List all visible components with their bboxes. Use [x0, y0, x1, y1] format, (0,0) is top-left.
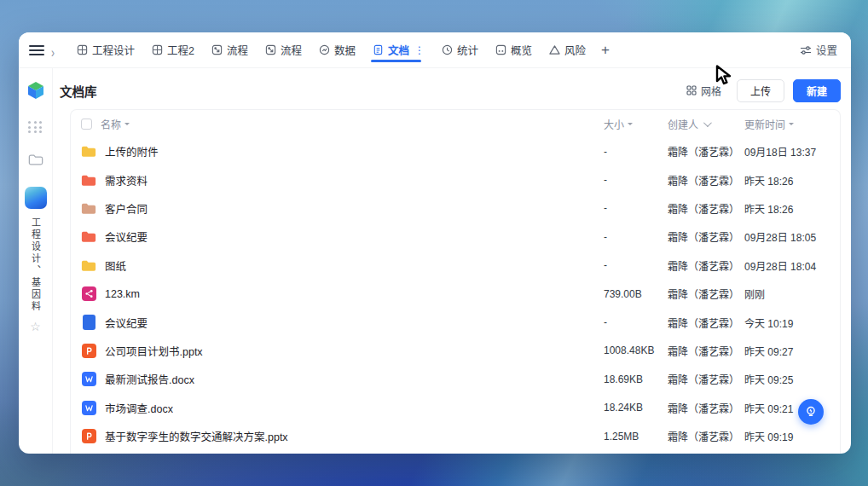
file-name[interactable]: 需求资料	[105, 172, 148, 188]
file-updated: 09月18日 13:37	[744, 144, 840, 159]
projects-folder-icon[interactable]	[28, 153, 43, 166]
table-row[interactable]: 市场调查.docx 18.24KB 霜降（潘艺霖） 昨天 09:21	[71, 394, 840, 422]
file-name[interactable]: 最新测试报告.docx	[105, 371, 194, 387]
grid-view-toggle[interactable]: 网格	[686, 84, 721, 98]
expand-chevron-icon[interactable]: ›	[51, 44, 55, 60]
app-logo-icon[interactable]	[26, 80, 46, 101]
folder-icon	[81, 200, 96, 216]
tab-list: 工程设计 工程2 流程 流程 数据 文档 ⋮	[68, 32, 616, 67]
table-row[interactable]: 会议纪要 - 霜降（潘艺霖） 今天 10:19	[71, 308, 840, 336]
file-updated: 昨天 09:25	[744, 372, 840, 386]
file-creator: 霜降（潘艺霖）	[668, 144, 744, 159]
table-row[interactable]: 客户合同 - 霜降（潘艺霖） 昨天 18:26	[71, 194, 840, 223]
file-creator: 霜降（潘艺霖）	[668, 229, 744, 244]
flow-icon	[211, 44, 223, 55]
file-size: 1008.48KB	[604, 344, 668, 356]
file-size: -	[604, 316, 668, 328]
tab-label: 数据	[334, 42, 356, 58]
menu-icon[interactable]	[29, 43, 44, 58]
file-updated: 今天 10:19	[744, 315, 840, 330]
lightbulb-icon	[804, 405, 818, 419]
table-row[interactable]: 最新测试报告.docx 18.69KB 霜降（潘艺霖） 昨天 09:25	[71, 365, 840, 393]
app-window: › 工程设计 工程2 流程 流程 数据	[19, 32, 851, 454]
file-name[interactable]: 123.km	[105, 288, 140, 300]
main-panel: 文档库 网格 上传 新建 名称 大小 创建人 更新时间	[53, 68, 851, 454]
sort-caret-icon	[628, 123, 633, 128]
file-updated: 昨天 18:26	[744, 173, 840, 188]
data-icon	[319, 44, 330, 55]
table-row[interactable]: 123.km 739.00B 霜降（潘艺霖） 刚刚	[71, 280, 840, 308]
tab-label: 工程2	[167, 42, 194, 58]
file-creator: 霜降（潘艺霖）	[668, 401, 744, 415]
column-name[interactable]: 名称	[101, 117, 130, 131]
file-name[interactable]: 会议纪要	[105, 315, 148, 331]
column-creator[interactable]: 创建人	[668, 117, 709, 131]
file-name[interactable]: 市场调查.docx	[105, 400, 173, 416]
tab-engineering-2[interactable]: 工程2	[143, 32, 203, 67]
workspace-avatar[interactable]	[25, 187, 47, 209]
column-updated[interactable]: 更新时间	[744, 117, 794, 131]
file-name[interactable]: 基于数字孪生的数字交通解决方案.pptx	[105, 428, 288, 444]
tab-overview[interactable]: 概览	[487, 32, 541, 67]
table-row[interactable]: 需求资料 - 霜降（潘艺霖） 昨天 18:26	[71, 165, 840, 194]
file-name[interactable]: 图纸	[105, 257, 126, 274]
assistant-fab-button[interactable]	[798, 399, 824, 425]
file-creator: 霜降（潘艺霖）	[668, 372, 744, 386]
file-updated: 09月28日 18:04	[744, 258, 840, 273]
file-name[interactable]: 客户合同	[105, 200, 148, 217]
pptx-file-icon	[82, 429, 96, 443]
grid-icon	[686, 85, 697, 95]
tab-label: 风险	[564, 42, 586, 58]
file-creator: 霜降（潘艺霖）	[668, 258, 744, 273]
sliders-icon	[800, 45, 812, 55]
content-header: 文档库 网格 上传 新建	[60, 77, 841, 104]
table-row[interactable]: 上传的附件 - 霜降（潘艺霖） 09月18日 13:37	[71, 137, 840, 165]
table-row[interactable]: 公司项目计划书.pptx 1008.48KB 霜降（潘艺霖） 昨天 09:27	[71, 337, 840, 365]
file-creator: 霜降（潘艺霖）	[668, 173, 744, 188]
file-size: 739.00B	[604, 288, 668, 300]
tab-label: 流程	[281, 42, 302, 58]
left-rail: 工程设计、基因料 ☆	[19, 68, 53, 454]
file-updated: 刚刚	[744, 286, 840, 301]
file-size: -	[604, 174, 668, 186]
favorite-star-icon[interactable]: ☆	[30, 320, 41, 333]
folder-icon	[81, 144, 96, 159]
create-button[interactable]: 新建	[793, 79, 841, 102]
file-table: 名称 大小 创建人 更新时间 上传的附件 - 霜降（潘艺霖） 09月18日 13…	[70, 109, 841, 454]
board-icon	[77, 44, 88, 55]
apps-grid-icon[interactable]	[28, 121, 43, 133]
tab-more-icon[interactable]: ⋮	[414, 44, 425, 56]
workspace-name: 工程设计、基因料	[30, 217, 42, 313]
table-header: 名称 大小 创建人 更新时间	[71, 110, 840, 137]
stats-icon	[442, 44, 453, 55]
table-row[interactable]: 基于数字孪生的数字交通解决方案.pptx 1.25MB 霜降（潘艺霖） 昨天 0…	[71, 422, 840, 450]
tab-engineering-design[interactable]: 工程设计	[68, 32, 143, 67]
tab-label: 概览	[511, 42, 532, 58]
file-name[interactable]: 上传的附件	[105, 143, 159, 159]
upload-button[interactable]: 上传	[737, 79, 784, 102]
file-size: 18.69KB	[604, 373, 668, 385]
select-all-checkbox[interactable]	[81, 119, 92, 130]
file-size: 1.25MB	[604, 431, 668, 443]
settings-label: 设置	[816, 42, 837, 58]
tab-risk[interactable]: 风险	[541, 32, 594, 67]
file-name[interactable]: 会议纪要	[105, 229, 148, 245]
table-row[interactable]: 会议纪要 - 霜降（潘艺霖） 09月28日 18:05	[71, 223, 840, 251]
settings-button[interactable]: 设置	[800, 42, 837, 58]
tab-data[interactable]: 数据	[310, 32, 364, 67]
table-row[interactable]: 图纸 - 霜降（潘艺霖） 09月28日 18:04	[71, 252, 840, 280]
column-size[interactable]: 大小	[604, 117, 633, 131]
filter-chevron-icon	[703, 119, 712, 127]
file-name[interactable]: 公司项目计划书.pptx	[105, 343, 203, 359]
file-creator: 霜降（潘艺霖）	[668, 315, 744, 330]
board-icon	[152, 44, 163, 55]
pptx-file-icon	[82, 344, 96, 358]
tab-docs[interactable]: 文档 ⋮	[364, 32, 433, 67]
file-size: -	[604, 146, 668, 158]
tab-flow-1[interactable]: 流程	[203, 32, 257, 67]
tab-stats[interactable]: 统计	[433, 32, 487, 67]
tab-label: 流程	[227, 42, 248, 58]
docx-file-icon	[82, 401, 96, 415]
tab-add-button[interactable]: +	[594, 32, 616, 67]
tab-flow-2[interactable]: 流程	[257, 32, 310, 67]
